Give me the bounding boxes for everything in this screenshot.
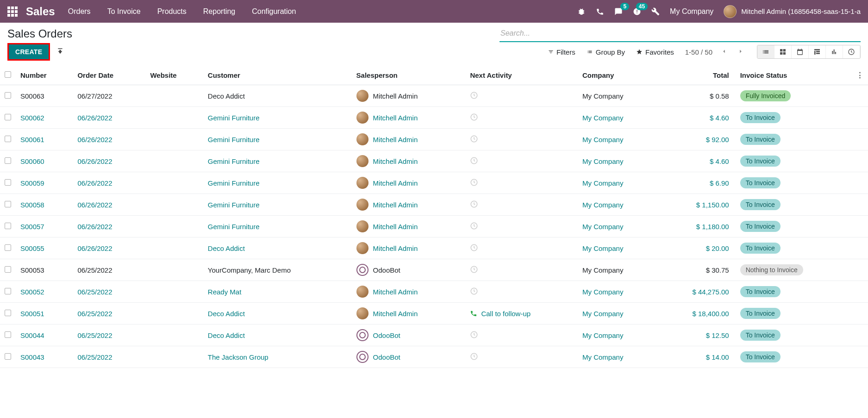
col-customer[interactable]: Customer — [203, 65, 352, 85]
tools-icon[interactable] — [651, 7, 660, 16]
select-all-checkbox[interactable] — [5, 71, 11, 78]
table-row[interactable]: S0004306/25/2022The Jackson GroupOdooBot… — [0, 346, 868, 368]
order-number[interactable]: S00057 — [20, 223, 44, 231]
company-link[interactable]: My Company — [582, 310, 623, 318]
activities-icon[interactable]: 45 — [633, 7, 641, 16]
clock-icon[interactable] — [470, 202, 478, 210]
nav-reporting[interactable]: Reporting — [203, 7, 235, 16]
salesperson-cell[interactable]: Mitchell Admin — [356, 90, 461, 102]
col-website[interactable]: Website — [145, 65, 203, 85]
col-number[interactable]: Number — [16, 65, 73, 85]
clock-icon[interactable] — [470, 224, 478, 231]
order-number[interactable]: S00051 — [20, 310, 44, 318]
company-link[interactable]: My Company — [582, 136, 623, 143]
row-checkbox[interactable] — [5, 288, 11, 294]
order-number[interactable]: S00055 — [20, 244, 44, 252]
salesperson-cell[interactable]: Mitchell Admin — [356, 133, 461, 145]
row-checkbox[interactable] — [5, 179, 11, 186]
order-number[interactable]: S00063 — [20, 92, 44, 100]
salesperson-cell[interactable]: OdooBot — [356, 351, 461, 363]
customer-link[interactable]: Deco Addict — [208, 244, 245, 252]
customer-link[interactable]: Deco Addict — [208, 92, 245, 100]
nav-to-invoice[interactable]: To Invoice — [107, 7, 141, 16]
view-graph[interactable] — [826, 45, 843, 58]
view-calendar[interactable] — [792, 45, 809, 58]
order-number[interactable]: S00044 — [20, 331, 44, 339]
customer-link[interactable]: The Jackson Group — [208, 353, 269, 361]
table-row[interactable]: S0006006/26/2022Gemini FurnitureMitchell… — [0, 150, 868, 172]
customer-link[interactable]: Gemini Furniture — [208, 223, 260, 231]
salesperson-cell[interactable]: Mitchell Admin — [356, 199, 461, 211]
filters-button[interactable]: Filters — [548, 48, 575, 56]
favorites-button[interactable]: Favorites — [636, 48, 674, 56]
company-link[interactable]: My Company — [582, 179, 623, 187]
col-options-icon[interactable]: ⋮ — [852, 65, 868, 85]
salesperson-cell[interactable]: OdooBot — [356, 264, 461, 276]
salesperson-cell[interactable]: Mitchell Admin — [356, 307, 461, 319]
customer-link[interactable]: Gemini Furniture — [208, 114, 260, 122]
groupby-button[interactable]: Group By — [587, 48, 625, 56]
salesperson-cell[interactable]: Mitchell Admin — [356, 177, 461, 189]
clock-icon[interactable] — [470, 93, 478, 101]
customer-link[interactable]: Ready Mat — [208, 288, 242, 296]
table-row[interactable]: S0005506/26/2022Deco AddictMitchell Admi… — [0, 237, 868, 259]
col-date[interactable]: Order Date — [73, 65, 145, 85]
customer-link[interactable]: Gemini Furniture — [208, 179, 260, 187]
company-link[interactable]: My Company — [582, 201, 623, 209]
salesperson-cell[interactable]: Mitchell Admin — [356, 242, 461, 254]
row-checkbox[interactable] — [5, 114, 11, 120]
row-checkbox[interactable] — [5, 244, 11, 251]
clock-icon[interactable] — [470, 332, 478, 340]
row-checkbox[interactable] — [5, 331, 11, 338]
salesperson-cell[interactable]: OdooBot — [356, 329, 461, 341]
customer-link[interactable]: Gemini Furniture — [208, 157, 260, 165]
clock-icon[interactable] — [470, 354, 478, 362]
table-row[interactable]: S0006306/27/2022Deco AddictMitchell Admi… — [0, 85, 868, 107]
nav-orders[interactable]: Orders — [68, 7, 91, 16]
salesperson-cell[interactable]: Mitchell Admin — [356, 220, 461, 232]
company-selector[interactable]: My Company — [670, 7, 713, 16]
customer-link[interactable]: Gemini Furniture — [208, 201, 260, 209]
row-checkbox[interactable] — [5, 136, 11, 142]
order-number[interactable]: S00062 — [20, 114, 44, 122]
col-total[interactable]: Total — [658, 65, 735, 85]
create-button[interactable]: CREATE — [7, 43, 50, 61]
company-link[interactable]: My Company — [582, 331, 623, 339]
order-number[interactable]: S00053 — [20, 266, 44, 274]
company-link[interactable]: My Company — [582, 114, 623, 122]
table-row[interactable]: S0005706/26/2022Gemini FurnitureMitchell… — [0, 216, 868, 237]
col-status[interactable]: Invoice Status — [736, 65, 852, 85]
company-link[interactable]: My Company — [582, 244, 623, 252]
col-company[interactable]: Company — [578, 65, 658, 85]
clock-icon[interactable] — [470, 289, 478, 297]
customer-link[interactable]: Deco Addict — [208, 310, 245, 318]
view-pivot[interactable] — [809, 45, 826, 58]
company-link[interactable]: My Company — [582, 353, 623, 361]
customer-link[interactable]: Deco Addict — [208, 331, 245, 339]
table-row[interactable]: S0006106/26/2022Gemini FurnitureMitchell… — [0, 129, 868, 150]
order-number[interactable]: S00052 — [20, 288, 44, 296]
salesperson-cell[interactable]: Mitchell Admin — [356, 155, 461, 167]
salesperson-cell[interactable]: Mitchell Admin — [356, 286, 461, 298]
table-row[interactable]: S0005306/25/2022YourCompany, Marc DemoOd… — [0, 259, 868, 281]
view-activity[interactable] — [843, 45, 860, 58]
clock-icon[interactable] — [470, 158, 478, 166]
row-checkbox[interactable] — [5, 223, 11, 229]
table-row[interactable]: S0005106/25/2022Deco AddictMitchell Admi… — [0, 303, 868, 324]
order-number[interactable]: S00061 — [20, 136, 44, 143]
company-link[interactable]: My Company — [582, 92, 623, 100]
col-salesperson[interactable]: Salesperson — [352, 65, 466, 85]
table-row[interactable]: S0005206/25/2022Ready MatMitchell AdminM… — [0, 281, 868, 303]
col-activity[interactable]: Next Activity — [465, 65, 578, 85]
search-bar[interactable] — [500, 27, 861, 42]
order-number[interactable]: S00043 — [20, 353, 44, 361]
table-row[interactable]: S0006206/26/2022Gemini FurnitureMitchell… — [0, 107, 868, 129]
company-link[interactable]: My Company — [582, 288, 623, 296]
activity-call[interactable]: Call to follow-up — [470, 310, 573, 318]
table-row[interactable]: S0005806/26/2022Gemini FurnitureMitchell… — [0, 194, 868, 216]
view-kanban[interactable] — [774, 45, 792, 58]
company-link[interactable]: My Company — [582, 223, 623, 231]
row-checkbox[interactable] — [5, 201, 11, 207]
order-number[interactable]: S00060 — [20, 157, 44, 165]
clock-icon[interactable] — [470, 245, 478, 253]
